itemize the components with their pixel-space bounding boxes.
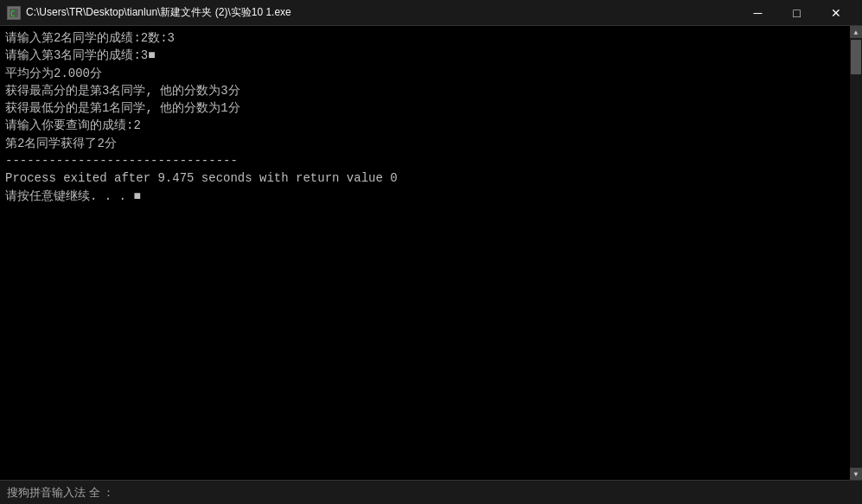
console-output[interactable]: 请输入第2名同学的成绩:2数:3 请输入第3名同学的成绩:3■ 平均分为2.00… xyxy=(0,26,862,480)
maximize-button[interactable]: □ xyxy=(777,0,816,26)
title-bar: C C:\Users\TR\Desktop\tianlun\新建文件夹 (2)\… xyxy=(0,0,862,26)
input-method-label: 搜狗拼音输入法 全 ： xyxy=(7,485,114,501)
window-title: C:\Users\TR\Desktop\tianlun\新建文件夹 (2)\实验… xyxy=(26,5,291,20)
app-icon: C xyxy=(7,6,21,20)
minimize-button[interactable]: ─ xyxy=(738,0,777,26)
console-line-10: Process exited after 9.475 seconds with … xyxy=(5,169,857,187)
scroll-track[interactable] xyxy=(850,38,862,468)
console-line-4: 获得最高分的是第3名同学, 他的分数为3分 xyxy=(5,82,857,99)
scroll-down-arrow[interactable]: ▼ xyxy=(850,468,862,480)
console-line-11: 请按任意键继续. . . ■ xyxy=(5,188,857,205)
console-window: C C:\Users\TR\Desktop\tianlun\新建文件夹 (2)\… xyxy=(0,0,862,504)
console-line-8: -------------------------------- xyxy=(5,152,857,169)
scroll-up-arrow[interactable]: ▲ xyxy=(850,26,862,38)
console-line-6: 请输入你要查询的成绩:2 xyxy=(5,117,857,134)
scroll-thumb[interactable] xyxy=(851,40,861,74)
console-line-1: 请输入第2名同学的成绩:2数:3 xyxy=(5,29,857,47)
console-line-7: 第2名同学获得了2分 xyxy=(5,135,857,152)
close-button[interactable]: ✕ xyxy=(816,0,855,26)
title-bar-left: C C:\Users\TR\Desktop\tianlun\新建文件夹 (2)\… xyxy=(7,5,291,20)
scrollbar[interactable]: ▲ ▼ xyxy=(850,26,862,480)
svg-text:C: C xyxy=(10,10,15,18)
status-bar: 搜狗拼音输入法 全 ： xyxy=(0,480,862,504)
window-controls: ─ □ ✕ xyxy=(738,0,855,26)
console-line-5: 获得最低分的是第1名同学, 他的分数为1分 xyxy=(5,99,857,117)
console-line-2: 请输入第3名同学的成绩:3■ xyxy=(5,47,857,64)
console-lines: 请输入第2名同学的成绩:2数:3 请输入第3名同学的成绩:3■ 平均分为2.00… xyxy=(5,29,857,205)
console-line-3: 平均分为2.000分 xyxy=(5,65,857,82)
